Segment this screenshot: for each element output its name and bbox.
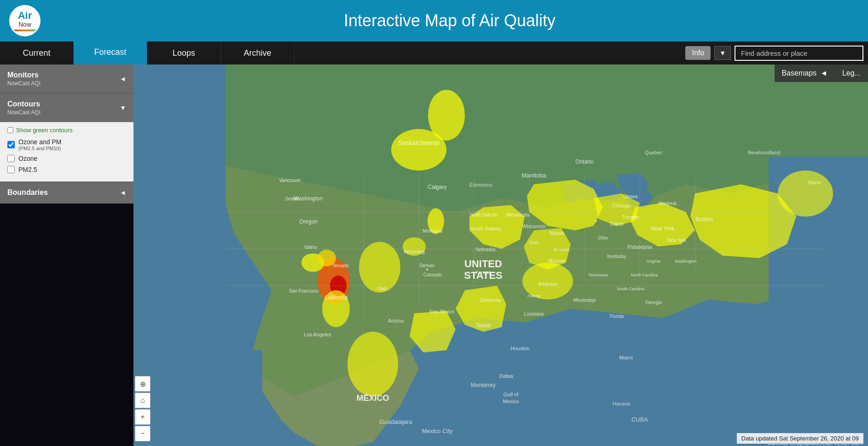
legend-panel[interactable]: Leg... — [835, 65, 868, 82]
svg-text:Ottawa: Ottawa — [623, 194, 638, 199]
monitors-section: Monitors NowCast AQI ◄ — [0, 65, 133, 94]
svg-text:Quebec: Quebec — [645, 150, 663, 155]
monitors-title: Monitors — [7, 71, 41, 79]
home-button[interactable]: ⌂ — [135, 393, 150, 408]
svg-text:Dallas: Dallas — [499, 373, 514, 379]
show-green-row: Show green contours — [7, 127, 126, 134]
svg-text:Nevada: Nevada — [333, 263, 349, 268]
svg-text:Ontario: Ontario — [575, 158, 594, 165]
svg-text:Maine: Maine — [808, 180, 821, 185]
svg-text:Mexico City: Mexico City — [422, 428, 453, 434]
contours-arrow: ▼ — [120, 104, 126, 112]
svg-text:Georgia: Georgia — [645, 300, 662, 305]
ozone-label[interactable]: Ozone — [18, 155, 37, 162]
svg-text:Oregon: Oregon — [299, 218, 318, 225]
logo: Air Now — [9, 5, 41, 36]
svg-text:Montreal: Montreal — [659, 201, 677, 206]
svg-text:Calgary: Calgary — [428, 184, 446, 190]
svg-text:Illinois: Illinois — [550, 230, 564, 236]
show-green-checkbox[interactable] — [7, 127, 13, 133]
monitors-title-group: Monitors NowCast AQI — [7, 71, 41, 87]
monitors-header[interactable]: Monitors NowCast AQI ◄ — [0, 65, 133, 93]
basemaps-panel[interactable]: Basemaps ◄ — [775, 65, 835, 82]
tab-current[interactable]: Current — [0, 41, 74, 65]
map-attribution: Earthstar Geographics | Esri, HERE, Gar.… — [768, 440, 863, 446]
page-title: Interactive Map of Air Quality — [41, 11, 859, 30]
pm25-row: PM2.5 — [7, 166, 126, 173]
ozone-pm-label-group: Ozone and PM (PM2.5 and PM10) — [18, 138, 61, 151]
dropdown-button[interactable]: ▼ — [714, 46, 731, 60]
title-container: Interactive Map of Air Quality — [41, 11, 859, 30]
svg-text:Wyoming: Wyoming — [404, 249, 425, 254]
tab-forecast[interactable]: Forecast — [74, 41, 147, 65]
svg-text:Virginia: Virginia — [647, 259, 660, 264]
contours-title-group: Contours NowCast AQI — [7, 100, 41, 116]
info-button[interactable]: Info — [685, 46, 711, 60]
nav-right-controls: Info ▼ — [685, 41, 868, 65]
svg-text:Louisiana: Louisiana — [524, 311, 544, 317]
svg-text:Toronto: Toronto — [622, 214, 639, 220]
boundaries-header[interactable]: Boundaries ◄ — [0, 182, 133, 203]
locate-button[interactable]: ⊕ — [135, 376, 150, 392]
map-background: Saskatchewan Calgary Edmonton Manitoba O… — [133, 65, 868, 446]
main-content: Monitors NowCast AQI ◄ Contours NowCast … — [0, 65, 868, 446]
zoom-out-button[interactable]: − — [135, 426, 150, 441]
svg-text:St. Louis: St. Louis — [553, 247, 570, 252]
svg-rect-4 — [203, 350, 262, 446]
address-search-input[interactable] — [735, 46, 863, 61]
monitors-arrow: ◄ — [120, 75, 126, 82]
svg-text:STATES: STATES — [464, 270, 503, 281]
pm25-checkbox[interactable] — [7, 166, 15, 173]
svg-text:Denver: Denver — [420, 263, 435, 268]
svg-text:Miami: Miami — [619, 355, 632, 360]
ozone-pm-checkbox[interactable] — [7, 141, 15, 148]
basemaps-arrow-icon: ◄ — [820, 69, 827, 77]
svg-text:North Carolina: North Carolina — [631, 273, 658, 277]
zoom-in-button[interactable]: + — [135, 409, 150, 425]
contours-subtitle: NowCast AQI — [7, 109, 41, 116]
svg-text:Ohio: Ohio — [598, 235, 608, 241]
nav-bar: Current Forecast Loops Archive Info ▼ — [0, 41, 868, 65]
svg-text:South Dakota: South Dakota — [470, 226, 502, 231]
boundaries-section: Boundaries ◄ — [0, 182, 133, 204]
svg-text:Kentucky: Kentucky — [607, 254, 626, 259]
show-green-label[interactable]: Show green contours — [16, 127, 73, 134]
monitors-subtitle: NowCast AQI — [7, 80, 41, 87]
svg-point-13 — [359, 242, 400, 293]
svg-text:New York: New York — [651, 225, 675, 232]
svg-text:Havana: Havana — [613, 401, 631, 406]
svg-point-100 — [595, 220, 597, 222]
svg-text:Atlanta: Atlanta — [527, 293, 540, 298]
svg-point-7 — [778, 170, 833, 217]
svg-text:Utah: Utah — [377, 286, 387, 291]
ozone-checkbox[interactable] — [7, 155, 15, 162]
contours-body: Show green contours Ozone and PM (PM2.5 … — [0, 122, 133, 182]
top-right-panels: Basemaps ◄ Leg... — [775, 65, 868, 82]
svg-text:Mexico: Mexico — [503, 399, 519, 404]
logo-air: Air — [18, 10, 32, 21]
contours-header[interactable]: Contours NowCast AQI ▼ — [0, 94, 133, 122]
svg-text:Texas: Texas — [476, 322, 490, 329]
svg-text:Gulf of: Gulf of — [503, 392, 519, 397]
pm25-label[interactable]: PM2.5 — [18, 166, 37, 173]
map-container[interactable]: Saskatchewan Calgary Edmonton Manitoba O… — [133, 65, 868, 446]
svg-text:Minnesota: Minnesota — [506, 212, 530, 217]
ozone-row: Ozone — [7, 155, 126, 162]
svg-text:Chicago: Chicago — [612, 203, 631, 208]
svg-text:MÉXICO: MÉXICO — [356, 393, 389, 403]
svg-text:Arizona: Arizona — [388, 318, 404, 323]
svg-text:Newfoundland: Newfoundland — [748, 150, 780, 155]
boundaries-arrow: ◄ — [120, 189, 126, 196]
svg-text:California: California — [324, 294, 348, 301]
ozone-pm-row: Ozone and PM (PM2.5 and PM10) — [7, 138, 126, 151]
header: Air Now Interactive Map of Air Quality — [0, 0, 868, 41]
svg-text:CUBA: CUBA — [631, 416, 648, 423]
svg-point-6 — [428, 90, 465, 141]
svg-text:Detroit: Detroit — [610, 222, 624, 227]
tab-loops[interactable]: Loops — [147, 41, 221, 65]
ozone-pm-label: Ozone and PM — [18, 138, 61, 146]
svg-text:Saskatchewan: Saskatchewan — [398, 139, 440, 147]
svg-text:Wisconsin: Wisconsin — [522, 223, 545, 229]
tab-archive[interactable]: Archive — [221, 41, 295, 65]
svg-text:Boston: Boston — [695, 216, 712, 223]
